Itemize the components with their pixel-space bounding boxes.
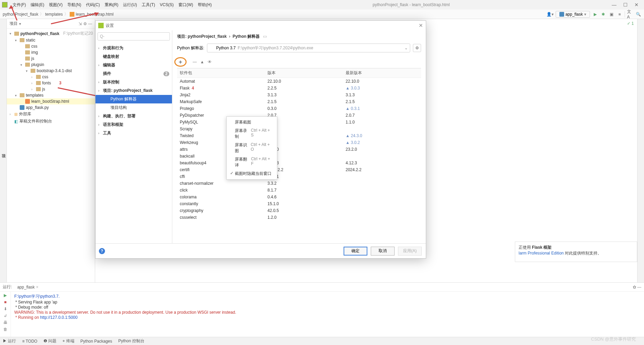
interpreter-gear-button[interactable]: ⚙ bbox=[413, 44, 421, 52]
close-tab-icon[interactable]: × bbox=[36, 285, 38, 290]
settings-side-item[interactable]: ›版本控制 bbox=[95, 78, 172, 86]
crumb-root[interactable]: pythonProject_flask bbox=[3, 12, 38, 17]
run-button[interactable]: ▶ bbox=[592, 11, 598, 17]
table-row[interactable]: Scrapy bbox=[177, 126, 421, 132]
context-menu-item[interactable]: 屏幕翻译Ctrl + Alt + F bbox=[227, 155, 277, 169]
maximize-button[interactable]: ☐ bbox=[620, 2, 631, 7]
table-row[interactable]: PyDispatcher2.0.72.0.7 bbox=[177, 112, 421, 119]
menu-view[interactable]: 视图(V) bbox=[47, 2, 65, 8]
table-row[interactable]: cssselect1.2.0 bbox=[177, 214, 421, 221]
hint-link[interactable]: larm Professional Edition bbox=[519, 251, 564, 256]
down-icon[interactable]: ⬇ bbox=[4, 307, 7, 311]
inspection-status[interactable]: ✓ 1 bbox=[627, 21, 634, 26]
settings-side-item[interactable]: ›构建、执行、部署 bbox=[95, 112, 172, 120]
cancel-button[interactable]: 取消 bbox=[371, 247, 395, 256]
tree-css[interactable]: css bbox=[7, 43, 95, 49]
menu-window[interactable]: 窗口(W) bbox=[176, 2, 195, 8]
tree-external[interactable]: ›⊞外部库 bbox=[7, 111, 95, 118]
tree-plugsin[interactable]: ▾plugsin bbox=[7, 62, 95, 68]
col-package[interactable]: 软件包 bbox=[177, 68, 265, 78]
rerun-icon[interactable]: ▶ bbox=[4, 293, 7, 298]
settings-side-item[interactable]: 插件2 bbox=[95, 69, 172, 78]
table-row[interactable]: charset-normalizer3.3.2 bbox=[177, 180, 421, 187]
table-row[interactable]: Werkzeug▲ 3.0.2 bbox=[177, 139, 421, 146]
translate-icon[interactable]: 文A bbox=[627, 11, 633, 17]
table-row[interactable]: colorama0.4.6 bbox=[177, 194, 421, 200]
tree-scratch[interactable]: ◧草稿文件和控制台 bbox=[7, 118, 95, 125]
sb-terminal[interactable]: ⌖ 终端 bbox=[63, 338, 74, 344]
coverage-button[interactable]: ▣ bbox=[608, 11, 614, 17]
sb-problems[interactable]: ❶ 问题 bbox=[43, 338, 56, 344]
settings-side-item[interactable]: ›项目: pythonProject_flask bbox=[95, 86, 172, 95]
sb-pyconsole[interactable]: Python 控制台 bbox=[118, 338, 144, 344]
tree-b-js[interactable]: ›js bbox=[7, 86, 95, 92]
table-row[interactable]: PyMySQL1.1.0 bbox=[177, 119, 421, 126]
col-version[interactable]: 版本 bbox=[265, 68, 343, 78]
table-row[interactable]: certifi2024.2.22024.2.2 bbox=[177, 166, 421, 173]
settings-side-item[interactable]: 键盘映射 bbox=[95, 52, 172, 61]
table-row[interactable]: Flask 42.2.5▲ 3.0.3 bbox=[177, 85, 421, 92]
settings-search-input[interactable]: Q- bbox=[98, 32, 170, 40]
tree-js[interactable]: js bbox=[7, 55, 95, 62]
table-row[interactable]: beautifulsoup44.12.34.12.3 bbox=[177, 160, 421, 166]
print-icon[interactable]: 🖶 bbox=[3, 320, 7, 325]
dialog-close-icon[interactable]: ✕ bbox=[419, 22, 423, 29]
table-row[interactable]: Protego0.3.0▲ 0.3.1 bbox=[177, 105, 421, 112]
sb-pypackages[interactable]: Python Packages bbox=[81, 339, 112, 344]
interpreter-select[interactable]: Python 3.7 F:\python学习\python3.7.2024\py… bbox=[207, 44, 410, 52]
table-row[interactable]: Twisted▲ 24.3.0 bbox=[177, 132, 421, 139]
remove-package-icon[interactable]: — bbox=[193, 60, 197, 64]
table-row[interactable]: Automat22.10.022.10.0 bbox=[177, 78, 421, 85]
tree-img[interactable]: img bbox=[7, 49, 95, 55]
menu-nav[interactable]: 导航(N) bbox=[65, 2, 84, 8]
settings-side-item[interactable]: ›外观和行为 bbox=[95, 44, 172, 52]
ok-button[interactable]: 确定 bbox=[344, 247, 367, 256]
debug-button[interactable]: ✱ bbox=[600, 11, 606, 17]
sb-run[interactable]: ▶ 运行 bbox=[3, 338, 16, 344]
context-menu-item[interactable]: 屏幕录制Ctrl + Alt + S bbox=[227, 127, 277, 141]
table-row[interactable]: backcall0.2.0 bbox=[177, 153, 421, 160]
tree-b-css[interactable]: ›css bbox=[7, 74, 95, 80]
tree-fonts[interactable]: ›fonts3 bbox=[7, 80, 95, 86]
menu-run[interactable]: 运行(U) bbox=[121, 2, 139, 8]
menu-vcs[interactable]: VCS(S) bbox=[157, 2, 176, 7]
menu-edit[interactable]: 编辑(E) bbox=[28, 2, 47, 8]
menu-help[interactable]: 帮助(H) bbox=[195, 2, 214, 8]
tree-learn[interactable]: learn_bootStrap.html bbox=[7, 98, 95, 104]
upgrade-package-icon[interactable]: ▲ bbox=[200, 60, 204, 64]
user-icon[interactable]: 👤▾ bbox=[546, 12, 554, 17]
console-output[interactable]: F:\python学习\python3.7. * Serving Flask a… bbox=[11, 292, 644, 337]
menu-code[interactable]: 代码(C) bbox=[84, 2, 102, 8]
settings-side-item[interactable]: ›编辑器 bbox=[95, 61, 172, 69]
table-row[interactable]: Jinja23.1.33.1.3 bbox=[177, 92, 421, 98]
sb-todo[interactable]: ≡ TODO bbox=[22, 339, 37, 344]
table-row[interactable]: MarkupSafe2.1.52.1.5 bbox=[177, 98, 421, 105]
panel-settings-icon[interactable]: ✿ — bbox=[633, 285, 641, 290]
tree-root[interactable]: ▾pythonProject_flask F:\python笔记20 bbox=[7, 30, 95, 37]
tree-app[interactable]: app_flask.py bbox=[7, 104, 95, 111]
eye-icon[interactable]: 👁 bbox=[208, 60, 212, 64]
table-row[interactable]: click8.1.7 bbox=[177, 187, 421, 194]
settings-side-item[interactable]: ›语言和框架 bbox=[95, 120, 172, 129]
crumb-folder[interactable]: templates bbox=[45, 12, 63, 17]
table-row[interactable]: constantly15.1.0 bbox=[177, 200, 421, 207]
minimize-button[interactable]: — bbox=[608, 2, 620, 7]
context-menu-item[interactable]: 屏幕截图 bbox=[227, 118, 277, 127]
chevron-down-icon[interactable]: ▾ bbox=[19, 21, 21, 26]
settings-side-item[interactable]: ›工具 bbox=[95, 129, 172, 137]
tree-bootstrap[interactable]: ▾bootstrap-3.4.1-dist bbox=[7, 68, 95, 74]
run-config-selector[interactable]: app_flask ▾ bbox=[556, 11, 590, 18]
close-button[interactable]: ✕ bbox=[631, 2, 642, 7]
menu-refactor[interactable]: 重构(R) bbox=[102, 2, 121, 8]
crumb-file[interactable]: learn_bootStrap.html bbox=[76, 12, 114, 17]
context-menu-item[interactable]: 屏幕识图Ctrl + Alt + O bbox=[227, 141, 277, 155]
settings-side-item[interactable]: 项目结构 bbox=[95, 103, 172, 112]
run-tab[interactable]: app_flask bbox=[17, 285, 35, 290]
stop-button[interactable]: ■ bbox=[616, 11, 623, 17]
table-row[interactable]: cryptography42.0.5 bbox=[177, 207, 421, 214]
menu-tools[interactable]: 工具(T) bbox=[139, 2, 157, 8]
col-latest[interactable]: 最新版本 bbox=[343, 68, 421, 78]
search-icon[interactable]: 🔍 bbox=[635, 11, 641, 17]
package-table[interactable]: 软件包 版本 最新版本 Automat22.10.022.10.0Flask 4… bbox=[177, 68, 421, 240]
add-package-button[interactable]: ＋ bbox=[174, 57, 187, 67]
